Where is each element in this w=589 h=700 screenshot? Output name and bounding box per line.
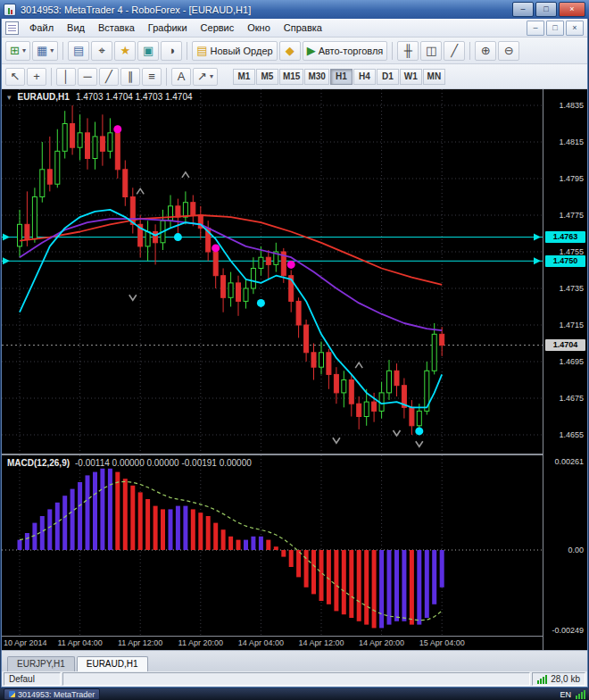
timeframe-m5[interactable]: M5 <box>256 69 278 85</box>
timeframe-w1[interactable]: W1 <box>400 69 422 85</box>
price-tick: 1.4795 <box>559 174 584 183</box>
network-icon[interactable] <box>576 690 585 699</box>
terminal-icon: ▣ <box>143 45 153 56</box>
metaeditor-button[interactable]: ◆ <box>279 41 301 61</box>
line-chart-button[interactable]: ╱ <box>444 41 465 61</box>
profiles-button[interactable]: ▦ ▾ <box>32 41 58 61</box>
strategy-tester-icon: ◑ <box>168 45 175 56</box>
timeframe-h1[interactable]: H1 <box>330 69 353 85</box>
zoom-in-button[interactable]: ⊕ <box>475 41 496 61</box>
crosshair-button[interactable]: + <box>27 68 46 86</box>
minimize-button[interactable]: – <box>512 2 534 17</box>
menu-file[interactable]: Файл <box>23 21 60 35</box>
mdi-restore-button[interactable]: □ <box>546 21 564 36</box>
macd-header: MACD(12,26,9) -0.00114 0.00000 0.00000 -… <box>7 458 252 468</box>
fibonacci-icon: ≡ <box>148 71 155 82</box>
new-order-button[interactable]: ▤ Новый Ордер <box>192 41 277 61</box>
fibonacci-button[interactable]: ≡ <box>142 68 162 86</box>
zoom-in-icon: ⊕ <box>481 45 491 56</box>
status-connection[interactable]: 28,0 kb <box>532 672 585 686</box>
timeframe-d1[interactable]: D1 <box>377 69 399 85</box>
text-tool-button[interactable]: A <box>171 68 191 86</box>
taskbar-item-metatrader[interactable]: 3014953: MetaTrader <box>4 688 100 700</box>
macd-signal-layer <box>20 481 442 621</box>
window-title: 3014953: MetaTrader 4 - RoboForex - [EUR… <box>21 4 506 15</box>
toolbar-line-studies: ↖ + │ ─ ╱ ∥ ≡ A ↗ ▾ M1 M5 M15 M30 H1 H4 … <box>2 64 587 89</box>
tab-eurjpy-h1[interactable]: EURJPY,H1 <box>7 656 75 671</box>
language-indicator[interactable]: EN <box>560 690 571 699</box>
line-chart-icon: ╱ <box>451 45 458 56</box>
cursor-icon: ↖ <box>11 71 21 82</box>
timeframe-m30[interactable]: M30 <box>304 69 328 85</box>
menu-window[interactable]: Окно <box>241 21 277 35</box>
price-tick: 1.4815 <box>559 138 584 146</box>
arrows-tool-icon: ↗ <box>197 71 207 82</box>
trendline-button[interactable]: ╱ <box>99 68 119 86</box>
macd-axis-max: 0.00261 <box>554 457 584 466</box>
candlestick-chart-button[interactable]: ◫ <box>420 41 442 61</box>
timeframe-mn[interactable]: MN <box>423 69 445 85</box>
status-profile[interactable]: Defaul <box>4 672 61 686</box>
window-controls: – □ × <box>510 2 585 17</box>
vertical-line-button[interactable]: │ <box>56 68 76 86</box>
crosshair-icon: + <box>33 71 40 82</box>
moving-averages-layer <box>20 210 442 407</box>
mdi-close-button[interactable]: × <box>566 21 584 36</box>
menu-tools[interactable]: Сервис <box>195 21 241 35</box>
connection-bars-icon <box>537 675 547 684</box>
mdi-minimize-button[interactable]: – <box>527 21 544 36</box>
menu-view[interactable]: Вид <box>61 21 91 35</box>
price-tick: 1.4715 <box>559 321 584 329</box>
arrows-tool-button[interactable]: ↗ ▾ <box>193 68 218 86</box>
market-watch-button[interactable]: ▤ <box>68 41 89 61</box>
mdi-window-controls: – □ × <box>525 21 584 36</box>
taskbar: 3014953: MetaTrader EN <box>0 688 589 700</box>
tab-euraud-h1[interactable]: EURAUD,H1 <box>77 656 148 671</box>
horizontal-line-button[interactable]: ─ <box>78 68 97 86</box>
macd-indicator-canvas[interactable] <box>2 455 543 636</box>
price-tick: 1.4735 <box>559 284 584 293</box>
strategy-tester-button[interactable]: ◑ <box>161 41 182 61</box>
zoom-out-button[interactable]: ⊖ <box>498 41 519 61</box>
new-chart-button[interactable]: ⊞ ▾ <box>5 41 30 61</box>
autotrading-label: Авто-торговля <box>319 46 384 56</box>
navigator-icon: ★ <box>120 45 130 56</box>
candlestick-chart-icon: ◫ <box>426 45 436 56</box>
timeframe-m1[interactable]: M1 <box>233 69 255 85</box>
channel-icon: ∥ <box>128 71 134 82</box>
one-click-trading-arrow[interactable]: ▾ <box>7 93 12 102</box>
timeframe-h4[interactable]: H4 <box>353 69 376 85</box>
timeframe-group: M1 M5 M15 M30 H1 H4 D1 W1 MN <box>232 69 445 85</box>
grid-layer <box>2 455 543 636</box>
maximize-icon: □ <box>543 5 548 13</box>
chevron-down-icon: ▾ <box>210 72 213 80</box>
time-label: 11 Apr 04:00 <box>51 638 110 647</box>
toolbar-separator <box>51 68 52 86</box>
chevron-down-icon: ▾ <box>22 46 26 54</box>
status-bar: Defaul 28,0 kb <box>2 671 587 687</box>
horizontal-line-icon: ─ <box>83 71 91 82</box>
toolbar-standard: ⊞ ▾ ▦ ▾ ▤ ⌖ ★ ▣ ◑ ▤ Новый Ордер ◆ ▶ Авто… <box>2 38 587 64</box>
close-button[interactable]: × <box>559 2 585 17</box>
menu-insert[interactable]: Вставка <box>92 21 141 35</box>
system-tray: EN <box>560 690 585 699</box>
time-label: 14 Apr 20:00 <box>353 638 411 647</box>
cursor-button[interactable]: ↖ <box>5 68 25 86</box>
chart-document-icon[interactable] <box>5 21 19 35</box>
new-order-icon: ▤ <box>196 45 207 56</box>
price-axis[interactable]: 1.48351.48151.47951.47751.47551.47351.47… <box>543 89 587 650</box>
timeframe-m15[interactable]: M15 <box>279 69 303 85</box>
minimize-icon: – <box>520 5 525 13</box>
menu-charts[interactable]: Графики <box>142 21 194 35</box>
bar-chart-button[interactable]: ╫ <box>397 41 419 61</box>
menu-help[interactable]: Справка <box>278 21 328 35</box>
data-window-button[interactable]: ⌖ <box>91 41 112 61</box>
navigator-button[interactable]: ★ <box>114 41 136 61</box>
channel-button[interactable]: ∥ <box>120 68 140 86</box>
macd-axis-zero: 0.00 <box>568 546 584 554</box>
time-axis[interactable]: 10 Apr 201411 Apr 04:0011 Apr 12:0011 Ap… <box>2 637 543 650</box>
autotrading-button[interactable]: ▶ Авто-торговля <box>303 41 388 61</box>
maximize-button[interactable]: □ <box>535 2 557 17</box>
terminal-button[interactable]: ▣ <box>137 41 159 61</box>
price-chart-canvas[interactable] <box>2 89 543 454</box>
